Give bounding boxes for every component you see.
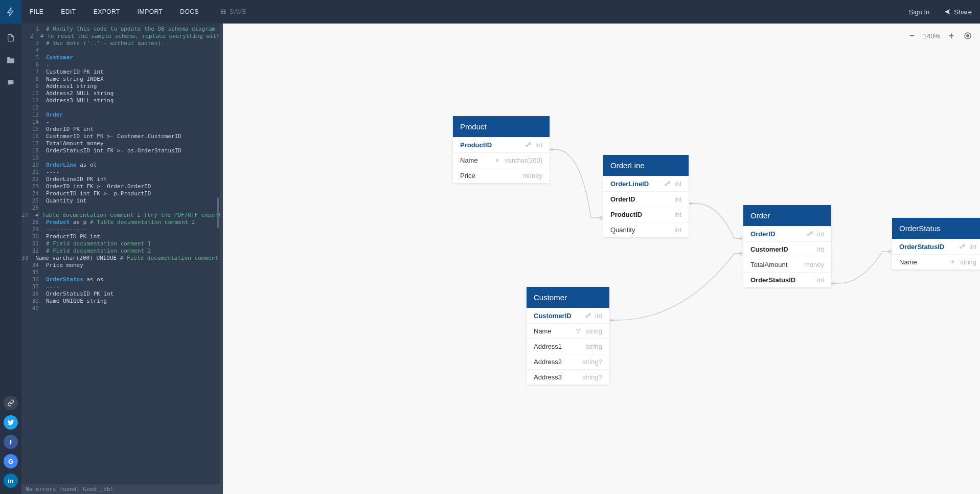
table-column[interactable]: Namevarchar(200)	[453, 152, 550, 168]
file-icon[interactable]	[6, 33, 16, 43]
code-editor[interactable]: 1# Modify this code to update the DB sch…	[21, 24, 220, 484]
table-orderline[interactable]: OrderLineOrderLineIDintOrderIDintProduct…	[603, 155, 689, 237]
zoom-out-button[interactable]: −	[907, 31, 917, 41]
menu-import[interactable]: IMPORT	[138, 8, 163, 15]
table-header[interactable]: OrderLine	[603, 155, 689, 176]
table-column[interactable]: ProductIDint	[603, 207, 689, 222]
menu-export[interactable]: EXPORT	[94, 8, 120, 15]
svg-rect-8	[578, 332, 579, 333]
svg-rect-0	[7, 57, 10, 58]
signin-link[interactable]: Sign In	[909, 8, 929, 16]
table-column[interactable]: Quantityint	[603, 222, 689, 237]
linkedin-icon[interactable]: in	[4, 474, 18, 488]
zoom-controls: − 140% +	[907, 31, 973, 41]
svg-rect-6	[576, 329, 578, 330]
zoom-level: 140%	[923, 32, 940, 40]
menu-save: SAVE	[220, 8, 246, 15]
menu-file[interactable]: FILE	[30, 8, 43, 15]
table-column[interactable]: Address3string?	[527, 369, 609, 385]
table-header[interactable]: Order	[743, 205, 831, 226]
table-column[interactable]: CustomerIDint	[527, 308, 609, 323]
table-order[interactable]: OrderOrderIDintCustomerIDintTotalAmountm…	[743, 205, 831, 287]
table-header[interactable]: Customer	[527, 287, 609, 308]
menu-edit[interactable]: EDIT	[61, 8, 76, 15]
google-icon[interactable]: G	[4, 454, 18, 468]
table-column[interactable]: Address2string?	[527, 354, 609, 369]
table-column[interactable]: OrderIDint	[603, 191, 689, 207]
code-editor-pane: 1# Modify this code to update the DB sch…	[21, 24, 220, 494]
app-logo[interactable]	[0, 0, 21, 24]
table-column[interactable]: OrderStatusIDint	[743, 272, 831, 287]
share-button[interactable]: Share	[944, 8, 972, 16]
table-column[interactable]: Address1string	[527, 339, 609, 354]
table-column[interactable]: OrderStatusIDint	[892, 239, 980, 254]
scrollbar[interactable]	[217, 197, 219, 228]
table-column[interactable]: Namestring	[892, 254, 980, 270]
table-column[interactable]: ProductIDint	[453, 137, 550, 152]
svg-point-11	[967, 35, 969, 37]
table-header[interactable]: OrderStatus	[892, 218, 980, 239]
status-bar: No errors found. Good job!	[21, 484, 220, 494]
svg-rect-7	[579, 329, 581, 330]
twitter-icon[interactable]	[4, 415, 18, 430]
zoom-in-button[interactable]: +	[946, 31, 956, 41]
table-column[interactable]: CustomerIDint	[743, 241, 831, 257]
left-rail: f G in	[0, 0, 21, 494]
table-product[interactable]: ProductProductIDintNamevarchar(200)Price…	[453, 116, 550, 183]
table-column[interactable]: Namestring	[527, 323, 609, 339]
table-column[interactable]: TotalAmountmoney	[743, 257, 831, 272]
save-icon	[220, 9, 226, 15]
svg-rect-1	[7, 59, 14, 63]
table-column[interactable]: OrderLineIDint	[603, 176, 689, 191]
menu-docs[interactable]: DOCS	[180, 8, 199, 15]
zoom-reset-button[interactable]	[963, 31, 973, 41]
folder-icon[interactable]	[6, 55, 16, 65]
top-menubar: FILE EDIT EXPORT IMPORT DOCS SAVE Sign I…	[21, 0, 980, 24]
table-customer[interactable]: CustomerCustomerIDintNamestringAddress1s…	[527, 287, 609, 385]
table-orderstatus[interactable]: OrderStatusOrderStatusIDintNamestring	[892, 218, 980, 270]
table-header[interactable]: Product	[453, 116, 550, 137]
link-icon[interactable]	[4, 396, 18, 410]
comment-icon[interactable]	[6, 78, 16, 88]
diagram-canvas[interactable]: ProductProductIDintNamevarchar(200)Price…	[223, 24, 980, 494]
facebook-icon[interactable]: f	[4, 435, 18, 449]
table-column[interactable]: OrderIDint	[743, 226, 831, 241]
table-column[interactable]: Pricemoney	[453, 168, 550, 183]
share-icon	[944, 8, 951, 15]
